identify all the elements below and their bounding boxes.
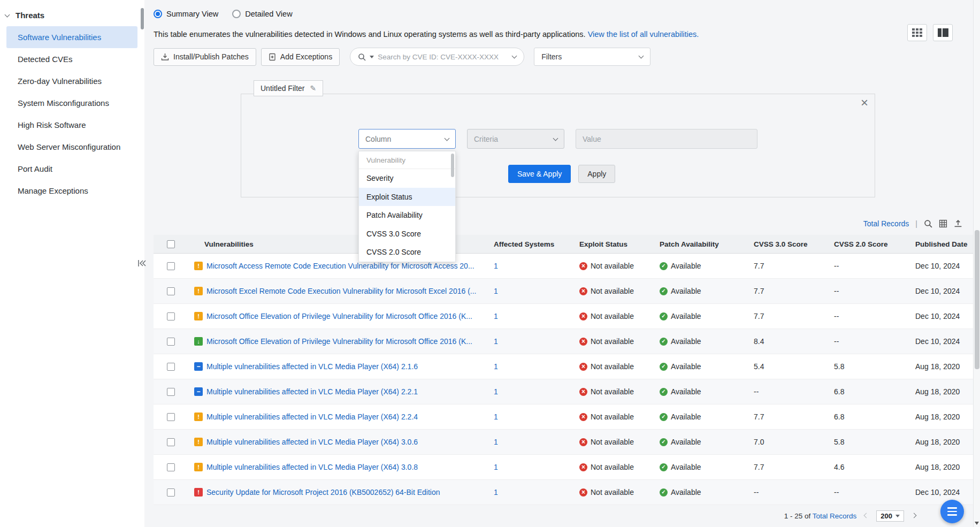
total-records-link[interactable]: Total Records	[863, 219, 909, 228]
not-available-icon	[579, 488, 587, 497]
close-filter-panel-icon[interactable]: ×	[861, 95, 868, 111]
dropdown-option[interactable]: Exploit Status	[359, 188, 455, 207]
available-icon	[660, 438, 668, 446]
column-chooser-button[interactable]	[939, 219, 947, 228]
sidebar-item[interactable]: Web Server Misconfiguration	[6, 136, 137, 158]
severity-icon	[194, 413, 203, 421]
cve-search-input[interactable]	[378, 53, 509, 61]
next-page-icon[interactable]	[912, 513, 917, 518]
row-checkbox[interactable]	[167, 363, 175, 371]
search-chevron-down-icon[interactable]	[512, 54, 517, 59]
filter-value-input[interactable]	[576, 129, 757, 149]
grid-view-toggle-button[interactable]	[907, 24, 927, 41]
affected-systems-link[interactable]: 1	[494, 413, 498, 421]
dropdown-scrollbar-thumb[interactable]	[451, 154, 454, 177]
vulnerability-link[interactable]: Microsoft Office Elevation of Privilege …	[206, 337, 472, 346]
header-patch-availability[interactable]: Patch Availability	[653, 240, 747, 248]
row-checkbox[interactable]	[167, 463, 175, 471]
quick-actions-fab[interactable]	[940, 500, 964, 523]
row-checkbox[interactable]	[167, 262, 175, 270]
page-size-select[interactable]: 200	[876, 510, 904, 522]
header-affected-systems[interactable]: Affected Systems	[487, 240, 573, 248]
scrollbar-thumb[interactable]	[975, 230, 979, 369]
apply-button[interactable]: Apply	[578, 165, 615, 183]
vulnerability-link[interactable]: Microsoft Office Elevation of Privilege …	[206, 312, 472, 320]
row-checkbox[interactable]	[167, 338, 175, 346]
previous-page-icon[interactable]	[864, 513, 869, 518]
vulnerability-link[interactable]: Multiple vulnerabilities affected in VLC…	[206, 362, 418, 371]
row-checkbox[interactable]	[167, 388, 175, 396]
sidebar-item[interactable]: Software Vulnerabilities	[6, 26, 137, 48]
affected-systems-link[interactable]: 1	[494, 337, 498, 346]
cvss2-value: --	[828, 312, 909, 320]
affected-systems-link[interactable]: 1	[494, 387, 498, 396]
sidebar-item[interactable]: Zero-day Vulnerabilities	[6, 70, 137, 92]
select-all-checkbox[interactable]	[167, 240, 175, 248]
header-published-date[interactable]: Published Date	[909, 240, 974, 248]
affected-systems-link[interactable]: 1	[494, 262, 498, 270]
vulnerability-link[interactable]: Multiple vulnerabilities affected in VLC…	[206, 463, 418, 471]
vulnerability-link[interactable]: Microsoft Access Remote Code Execution V…	[206, 262, 474, 270]
filters-label: Filters	[541, 52, 562, 61]
sidebar-item[interactable]: Port Audit	[6, 158, 137, 180]
sidebar-item[interactable]: Manage Exceptions	[6, 180, 137, 202]
not-available-icon	[579, 312, 587, 320]
search-scope-caret-icon[interactable]	[370, 56, 374, 58]
row-checkbox[interactable]	[167, 413, 175, 421]
install-publish-patches-button[interactable]: Install/Publish Patches	[154, 48, 256, 66]
vulnerability-link[interactable]: Multiple vulnerabilities affected in VLC…	[206, 387, 418, 396]
table-row: Multiple vulnerabilities affected in VLC…	[154, 430, 974, 455]
column-select[interactable]: Column	[358, 129, 456, 149]
summary-view-radio[interactable]: Summary View	[154, 10, 218, 18]
detailed-view-radio[interactable]: Detailed View	[232, 10, 292, 18]
vulnerability-link[interactable]: Multiple vulnerabilities affected in VLC…	[206, 413, 418, 421]
dropdown-option[interactable]: CVSS 2.0 Score	[359, 243, 455, 262]
view-mode-row: Summary View Detailed View	[154, 10, 293, 18]
add-exceptions-button[interactable]: Add Exceptions	[261, 48, 340, 66]
affected-systems-link[interactable]: 1	[494, 312, 498, 320]
sidebar-section-header[interactable]: Threats	[0, 0, 144, 26]
export-button[interactable]	[954, 219, 962, 228]
page-scrollbar[interactable]	[973, 0, 980, 527]
vulnerability-link[interactable]: Multiple vulnerabilities affected in VLC…	[206, 438, 418, 446]
criteria-select[interactable]: Criteria	[467, 129, 564, 149]
row-checkbox[interactable]	[167, 312, 175, 320]
dropdown-option[interactable]: Severity	[359, 169, 455, 188]
patch-availability-value: Available	[671, 387, 701, 396]
sidebar-scrollbar-thumb[interactable]	[141, 8, 144, 29]
dropdown-option[interactable]: CVSS 3.0 Score	[359, 225, 455, 243]
severity-icon	[194, 337, 203, 346]
sidebar-item[interactable]: High Risk Software	[6, 114, 137, 136]
affected-systems-link[interactable]: 1	[494, 287, 498, 295]
affected-systems-link[interactable]: 1	[494, 362, 498, 371]
cvss3-value: 5.4	[747, 362, 828, 371]
cvss3-value: 7.7	[747, 312, 828, 320]
filters-dropdown[interactable]: Filters	[534, 48, 650, 66]
row-checkbox[interactable]	[167, 287, 175, 295]
edit-filter-name-icon[interactable]: ✎	[310, 84, 316, 93]
affected-systems-link[interactable]: 1	[494, 488, 498, 497]
save-and-apply-button[interactable]: Save & Apply	[508, 165, 571, 183]
table-body: Microsoft Access Remote Code Execution V…	[154, 254, 974, 505]
split-view-toggle-button[interactable]	[933, 24, 953, 41]
view-all-vulnerabilities-link[interactable]: View the list of all vulnerabilities.	[588, 30, 699, 39]
page-size-caret-icon	[895, 515, 900, 517]
row-checkbox[interactable]	[167, 488, 175, 497]
vulnerability-link[interactable]: Security Update for Microsoft Project 20…	[206, 488, 440, 497]
table-search-button[interactable]	[924, 219, 932, 228]
sidebar-item[interactable]: Detected CVEs	[6, 48, 137, 70]
add-exception-icon	[269, 53, 276, 61]
affected-systems-link[interactable]: 1	[494, 438, 498, 446]
collapse-sidebar-button[interactable]	[136, 258, 148, 269]
sidebar-item[interactable]: System Misconfigurations	[6, 92, 137, 114]
header-cvss3[interactable]: CVSS 3.0 Score	[747, 240, 828, 248]
header-exploit-status[interactable]: Exploit Status	[573, 240, 653, 248]
affected-systems-link[interactable]: 1	[494, 463, 498, 471]
row-checkbox[interactable]	[167, 438, 175, 446]
radio-selected-icon	[154, 10, 162, 18]
pagination-total-records-link[interactable]: Total Records	[813, 512, 857, 520]
dropdown-option[interactable]: Patch Availability	[359, 206, 455, 225]
scrollbar-down-arrow-icon[interactable]	[975, 522, 979, 525]
header-cvss2[interactable]: CVSS 2.0 Score	[828, 240, 909, 248]
vulnerability-link[interactable]: Microsoft Excel Remote Code Execution Vu…	[206, 287, 476, 295]
